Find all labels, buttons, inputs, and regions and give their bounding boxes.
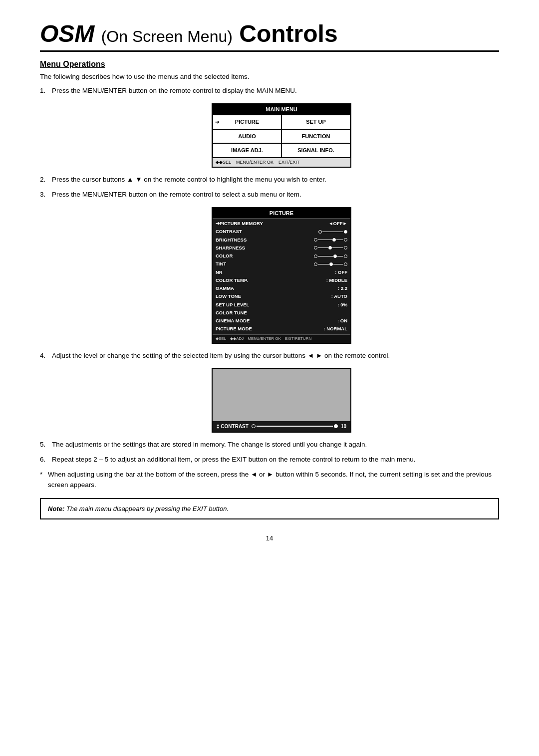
main-menu-signalinfo: SIGNAL INFO.	[281, 143, 350, 158]
contrast-demo-container: ‡ CONTRAST 10	[64, 368, 499, 433]
main-menu-footer: ◆◆SEL MENU/ENTER OK EXIT/EXIT	[213, 158, 350, 167]
step-5-text: The adjustments or the settings that are…	[52, 441, 367, 448]
picture-menu-title: PICTURE	[213, 208, 350, 219]
picture-row-cinemamode: CINEMA MODE : ON	[216, 317, 347, 325]
step-1-text: Press the MENU/ENTER button on the remot…	[52, 87, 297, 94]
picture-row-colortune: COLOR TUNE	[216, 309, 347, 317]
page-number: 14	[40, 534, 499, 542]
intro-text: The following describes how to use the m…	[40, 72, 499, 82]
picture-row-picturemode: PICTURE MODE : NORMAL	[216, 325, 347, 333]
picture-menu-footer: ◆SEL ◆◆ADJ MENU/ENTER OK EXIT/RETURN	[213, 334, 350, 343]
picture-row-gamma: GAMMA : 2.2	[216, 284, 347, 292]
note-box: Note: The main menu disappears by pressi…	[40, 498, 499, 520]
main-menu-title: MAIN MENU	[213, 104, 350, 115]
picture-row-colortemp: COLOR TEMP. : MIDDLE	[216, 276, 347, 284]
step-5: 5. The adjustments or the settings that …	[40, 440, 499, 450]
picture-row-contrast: CONTRAST	[216, 228, 347, 236]
contrast-value: 10	[341, 423, 346, 430]
title-paren: (On Screen Menu)	[101, 27, 233, 45]
contrast-demo-box: ‡ CONTRAST 10	[212, 368, 351, 433]
step-3: 3. Press the MENU/ENTER button on the re…	[40, 190, 499, 343]
main-menu-audio: AUDIO	[213, 129, 281, 144]
main-menu-footer-enter: MENU/ENTER OK	[236, 159, 273, 166]
step-4: 4. Adjust the level or change the settin…	[40, 351, 499, 433]
section-heading: Menu Operations	[40, 60, 499, 69]
bullet-list: When adjusting using the bar at the bott…	[40, 470, 499, 490]
picture-row-tint: TINT	[216, 260, 347, 268]
picture-row-nr: NR : OFF	[216, 268, 347, 276]
title-controls: Controls	[239, 20, 337, 47]
step-3-text: Press the MENU/ENTER button on the remot…	[52, 191, 301, 198]
picture-row-lowtone: LOW TONE : AUTO	[216, 292, 347, 300]
main-menu-diagram: MAIN MENU PICTURE SET UP AUDIO FUNCTION …	[64, 103, 499, 168]
contrast-slider	[252, 424, 338, 428]
picture-row-sharpness: SHARPNESS	[216, 244, 347, 252]
main-menu-box: MAIN MENU PICTURE SET UP AUDIO FUNCTION …	[212, 103, 351, 168]
title-osm: OSM	[40, 20, 94, 47]
picture-row-brightness: BRIGHTNESS	[216, 236, 347, 244]
picture-menu-rows: ➔PICTURE MEMORY ◄OFF► CONTRAST	[213, 219, 350, 334]
note-text: The main menu disappears by pressing the…	[66, 505, 229, 512]
step-6-text: Repeat steps 2 – 5 to adjust an addition…	[52, 456, 415, 463]
contrast-demo-footer: ‡ CONTRAST 10	[213, 421, 350, 432]
step-1: 1. Press the MENU/ENTER button on the re…	[40, 86, 499, 168]
step-2: 2. Press the cursor buttons ▲ ▼ on the r…	[40, 175, 499, 185]
main-menu-footer-exit: EXIT/EXIT	[278, 159, 300, 166]
contrast-label: ‡ CONTRAST	[217, 423, 249, 430]
note-label: Note:	[48, 505, 64, 512]
picture-row-memory: ➔PICTURE MEMORY ◄OFF►	[216, 220, 347, 228]
step-4-text: Adjust the level or change the setting o…	[52, 352, 390, 359]
picture-row-color: COLOR	[216, 252, 347, 260]
picture-menu-box: PICTURE ➔PICTURE MEMORY ◄OFF► CONTRAST	[212, 207, 351, 344]
steps-list: 1. Press the MENU/ENTER button on the re…	[40, 86, 499, 465]
main-menu-function: FUNCTION	[281, 129, 350, 144]
step-6: 6. Repeat steps 2 – 5 to adjust an addit…	[40, 455, 499, 465]
picture-menu-diagram: PICTURE ➔PICTURE MEMORY ◄OFF► CONTRAST	[64, 207, 499, 344]
picture-row-setuplevel: SET UP LEVEL : 0%	[216, 301, 347, 309]
step-2-text: Press the cursor buttons ▲ ▼ on the remo…	[52, 176, 326, 183]
bullet-item: When adjusting using the bar at the bott…	[40, 470, 499, 490]
bullet-text: When adjusting using the bar at the bott…	[48, 471, 492, 488]
main-menu-grid: PICTURE SET UP AUDIO FUNCTION IMAGE ADJ.…	[213, 114, 350, 158]
main-menu-imageadj: IMAGE ADJ.	[213, 143, 281, 158]
main-menu-footer-text: ◆◆SEL	[216, 159, 231, 166]
page-title: OSM (On Screen Menu) Controls	[40, 20, 499, 52]
main-menu-picture: PICTURE	[213, 115, 281, 129]
main-menu-setup: SET UP	[281, 115, 350, 129]
